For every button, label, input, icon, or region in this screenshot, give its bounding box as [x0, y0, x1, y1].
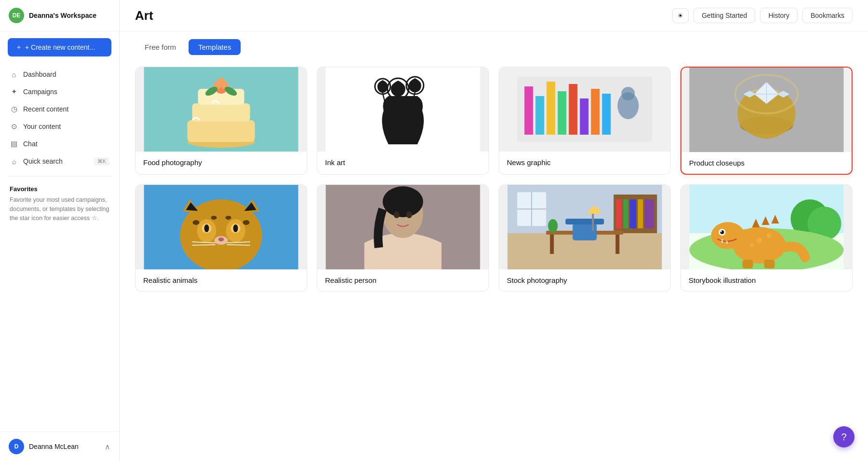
recent-icon: ◷ — [10, 105, 18, 113]
svg-point-94 — [711, 222, 745, 249]
card-image-storybook-illustration — [681, 185, 852, 269]
svg-rect-18 — [536, 96, 544, 135]
card-label-storybook-illustration: Storybook illustration — [681, 269, 852, 291]
workspace-name: Deanna's Workspace — [29, 12, 96, 19]
card-label-realistic-person: Realistic person — [317, 269, 488, 291]
svg-rect-103 — [743, 260, 753, 268]
sidebar-footer[interactable]: D Deanna McLean ∧ — [0, 432, 119, 461]
footer-user: D Deanna McLean — [9, 439, 79, 454]
svg-rect-23 — [591, 89, 600, 135]
sidebar-item-your-content[interactable]: ⊙ Your content — [5, 118, 114, 135]
workspace-avatar: DE — [9, 8, 24, 23]
getting-started-button[interactable]: Getting Started — [693, 8, 755, 23]
workspace-header[interactable]: DE Deanna's Workspace — [0, 0, 119, 31]
favorites-title: Favorites — [10, 185, 109, 193]
card-label-ink-art: Ink art — [317, 152, 488, 173]
template-card-food-photography[interactable]: Food photography — [135, 67, 307, 175]
card-image-stock-photography — [499, 185, 670, 269]
card-image-news-graphic — [499, 67, 670, 152]
svg-point-50 — [204, 224, 209, 232]
sidebar-item-chat[interactable]: ▤ Chat — [5, 136, 114, 152]
history-button[interactable]: History — [760, 8, 798, 23]
content-area: Food photography Ink art — [120, 55, 868, 461]
svg-point-45 — [243, 220, 250, 225]
svg-line-57 — [227, 245, 250, 245]
template-card-storybook-illustration[interactable]: Storybook illustration — [680, 184, 853, 292]
svg-rect-81 — [566, 219, 604, 224]
sidebar-item-label: Your content — [23, 123, 61, 130]
svg-rect-72 — [616, 199, 622, 228]
dashboard-icon: ⌂ — [10, 70, 18, 79]
help-button[interactable]: ? — [833, 426, 854, 447]
card-image-food-photography — [136, 67, 307, 152]
svg-rect-104 — [764, 260, 775, 268]
your-content-icon: ⊙ — [10, 122, 18, 131]
svg-rect-17 — [525, 86, 533, 135]
user-avatar: D — [9, 439, 24, 454]
svg-point-64 — [407, 211, 412, 218]
main-content: Art ☀ Getting Started History Bookmarks … — [120, 0, 868, 461]
sidebar-item-campaigns[interactable]: ✦ Campaigns — [5, 84, 114, 100]
svg-rect-78 — [550, 235, 554, 254]
sidebar-item-quick-search[interactable]: ⌕ Quick search ⌘K — [5, 153, 114, 169]
shortcut-badge: ⌘K — [94, 157, 109, 166]
page-title: Art — [135, 8, 153, 23]
svg-rect-19 — [547, 82, 556, 135]
svg-rect-21 — [569, 84, 578, 135]
svg-rect-79 — [616, 235, 620, 254]
svg-rect-24 — [602, 94, 611, 135]
sidebar-item-label: Campaigns — [23, 88, 57, 96]
svg-rect-3 — [192, 103, 250, 122]
sidebar-item-label: Quick search — [23, 157, 63, 165]
sidebar-item-recent[interactable]: ◷ Recent content — [5, 101, 114, 117]
favorites-text: Favorite your most used campaigns, docum… — [10, 196, 109, 223]
chat-icon: ▤ — [10, 140, 18, 148]
search-icon: ⌕ — [10, 157, 18, 166]
topbar: Art ☀ Getting Started History Bookmarks — [120, 0, 868, 31]
svg-point-51 — [233, 224, 238, 232]
template-card-stock-photography[interactable]: Stock photography — [499, 184, 671, 292]
footer-username: Deanna McLean — [29, 443, 79, 450]
create-new-button[interactable]: ＋ + Create new content... — [8, 38, 111, 56]
template-card-realistic-person[interactable]: Realistic person — [317, 184, 489, 292]
svg-point-26 — [622, 87, 635, 100]
card-image-ink-art — [317, 67, 488, 152]
topbar-actions: ☀ Getting Started History Bookmarks — [672, 8, 853, 23]
svg-rect-82 — [592, 214, 594, 231]
sidebar-item-label: Recent content — [23, 105, 68, 113]
template-card-product-closeups[interactable]: Product closeups — [680, 67, 853, 175]
template-card-news-graphic[interactable]: News graphic — [499, 67, 671, 175]
sun-icon: ☀ — [678, 12, 683, 19]
svg-rect-73 — [624, 199, 628, 228]
svg-point-62 — [383, 186, 423, 217]
svg-point-47 — [226, 216, 231, 220]
svg-point-106 — [767, 233, 772, 238]
card-label-product-closeups: Product closeups — [681, 152, 852, 174]
chevron-up-icon: ∧ — [105, 442, 110, 451]
tabs-bar: Free form Templates — [120, 31, 868, 55]
svg-point-63 — [394, 211, 400, 218]
sidebar-item-dashboard[interactable]: ⌂ Dashboard — [5, 66, 114, 83]
svg-point-44 — [193, 220, 200, 225]
template-card-ink-art[interactable]: Ink art — [317, 67, 489, 175]
light-mode-button[interactable]: ☀ — [672, 8, 689, 23]
svg-point-8 — [217, 78, 225, 85]
svg-rect-76 — [645, 199, 654, 228]
svg-point-105 — [757, 237, 762, 243]
template-card-realistic-animals[interactable]: Realistic animals — [135, 184, 307, 292]
tab-templates[interactable]: Templates — [189, 39, 241, 55]
plus-icon: ＋ — [15, 43, 22, 52]
campaigns-icon: ✦ — [10, 87, 18, 96]
svg-point-107 — [750, 243, 754, 247]
card-image-product-closeups — [681, 68, 852, 152]
svg-point-53 — [218, 237, 224, 241]
templates-grid: Food photography Ink art — [135, 67, 853, 292]
card-label-realistic-animals: Realistic animals — [136, 269, 307, 291]
card-image-realistic-animals — [136, 185, 307, 269]
sidebar-item-label: Dashboard — [23, 70, 56, 78]
sidebar: DE Deanna's Workspace ＋ + Create new con… — [0, 0, 120, 461]
bookmarks-button[interactable]: Bookmarks — [802, 8, 853, 23]
card-image-realistic-person — [317, 185, 488, 269]
svg-line-55 — [192, 245, 216, 245]
tab-free-form[interactable]: Free form — [135, 39, 186, 55]
